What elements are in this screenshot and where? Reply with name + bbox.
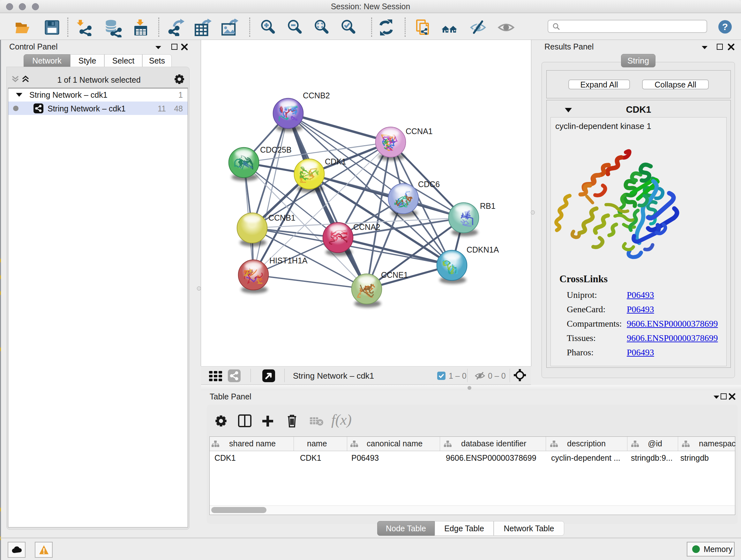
svg-text:HIST1H1A: HIST1H1A xyxy=(269,256,308,265)
svg-text:CDC6: CDC6 xyxy=(418,180,440,189)
svg-text:CCNE1: CCNE1 xyxy=(381,270,408,279)
svg-text:CCNA2: CCNA2 xyxy=(353,223,381,232)
svg-text:CCNB2: CCNB2 xyxy=(303,91,330,100)
svg-text:CCNA1: CCNA1 xyxy=(406,127,433,136)
svg-text:CCNB1: CCNB1 xyxy=(268,213,295,222)
svg-text:RB1: RB1 xyxy=(480,201,495,210)
svg-text:CDC25B: CDC25B xyxy=(260,145,292,154)
svg-text:CDKN1A: CDKN1A xyxy=(467,245,499,254)
svg-text:CDK1: CDK1 xyxy=(325,157,346,166)
